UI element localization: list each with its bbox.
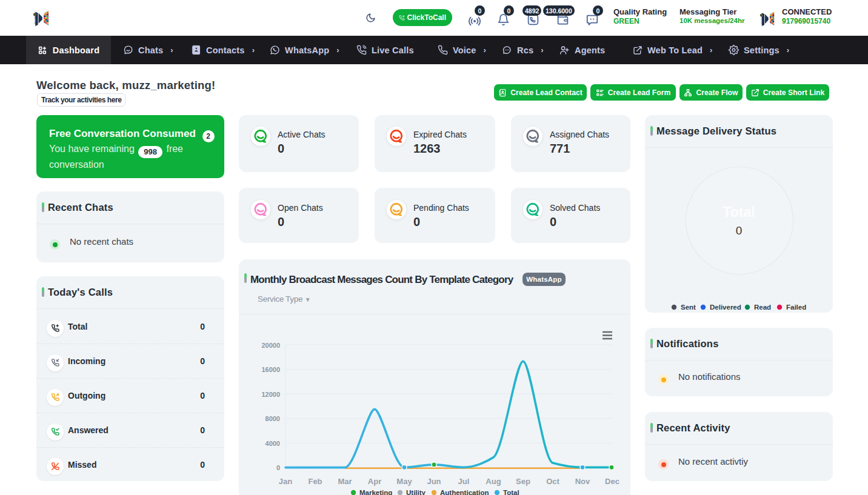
svg-text:Oct: Oct <box>546 477 559 486</box>
svg-text:Sep: Sep <box>516 477 530 486</box>
svg-text:20000: 20000 <box>261 342 280 349</box>
svg-text:4000: 4000 <box>265 440 280 447</box>
svg-text:Mar: Mar <box>338 477 352 486</box>
svg-text:Marketing: Marketing <box>359 489 392 495</box>
svg-text:Feb: Feb <box>308 477 322 486</box>
svg-text:Jul: Jul <box>458 477 470 486</box>
svg-text:Utility: Utility <box>406 489 426 495</box>
svg-text:Sent: Sent <box>681 304 696 311</box>
svg-text:Nov: Nov <box>575 477 590 486</box>
svg-text:12000: 12000 <box>261 391 280 398</box>
svg-text:Authentication: Authentication <box>440 489 489 495</box>
svg-text:8000: 8000 <box>265 415 280 422</box>
svg-text:Delivered: Delivered <box>710 304 741 311</box>
svg-text:Apr: Apr <box>368 477 381 486</box>
svg-text:Read: Read <box>754 304 771 311</box>
svg-text:Aug: Aug <box>486 477 501 486</box>
svg-text:Jun: Jun <box>427 477 441 486</box>
svg-text:Dec: Dec <box>605 477 619 486</box>
svg-text:16000: 16000 <box>261 366 280 373</box>
svg-text:May: May <box>396 477 412 486</box>
svg-text:Jan: Jan <box>279 477 292 486</box>
svg-text:0: 0 <box>276 464 280 471</box>
svg-text:Failed: Failed <box>786 304 806 311</box>
svg-text:Total: Total <box>503 489 519 495</box>
